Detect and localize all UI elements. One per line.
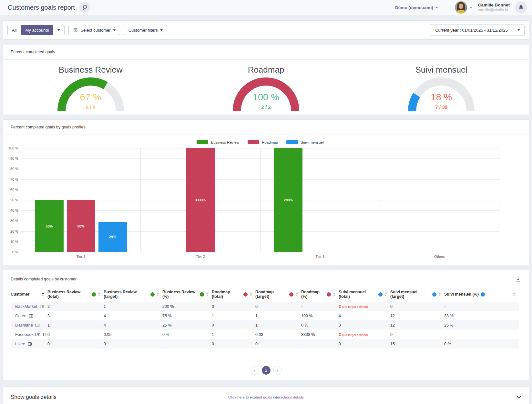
- bar-value-label: 50%: [77, 224, 85, 228]
- customer-link[interactable]: Lizee: [11, 341, 32, 346]
- open-customer-icon: [29, 314, 33, 318]
- bar-value-label: 29%: [109, 235, 116, 239]
- bell-icon: [518, 5, 524, 11]
- date-range-button[interactable]: Current year : 01/01/2025 - 31/12/2025: [430, 25, 513, 35]
- table-cell: 2(No target defined): [339, 302, 390, 311]
- x-axis-labels: Tier 1Tier 2Tier 3Others: [21, 252, 499, 262]
- chart-legend: Business ReviewRoadmapSuivi mensuel: [21, 140, 499, 144]
- avatar-face: [459, 4, 463, 9]
- customer-cell: Dashlane: [11, 320, 47, 330]
- bar-value-label: 3333%: [195, 198, 206, 202]
- gauge-title: Business Review: [59, 65, 123, 75]
- column-header-suivi-mensuel-total[interactable]: Suivi mensuel (total): [339, 287, 390, 302]
- metric-color-dot: [432, 292, 436, 297]
- customer-link[interactable]: Criteo: [11, 313, 33, 318]
- column-header-roadmap-total[interactable]: Roadmap (total): [212, 287, 255, 302]
- metric-color-dot: [378, 292, 383, 297]
- column-header-suivi-mensuel[interactable]: Suivi mensuel (%): [444, 287, 519, 302]
- legend-item-roadmap[interactable]: Roadmap: [248, 140, 278, 144]
- chevron-down-icon: [57, 29, 60, 31]
- category-tier-1: 50%50%29%: [21, 148, 141, 252]
- pagination-page-1-button[interactable]: 1: [262, 366, 271, 375]
- avatar[interactable]: [455, 1, 467, 14]
- y-axis-label: 0 %: [12, 250, 18, 254]
- chart-body: Business ReviewRoadmapSuivi mensuel 100 …: [3, 135, 529, 265]
- table-cell: 4: [339, 311, 390, 320]
- bar-business-review-tier-1: 50%: [35, 200, 64, 252]
- date-range-caret-button[interactable]: [513, 25, 525, 35]
- metric-color-dot: [243, 292, 248, 297]
- table-row-backmarket: BackMarket21200 %00-2(No target defined)…: [11, 302, 519, 311]
- customer-link[interactable]: BackMarket: [11, 304, 44, 309]
- all-accounts-button[interactable]: All: [7, 25, 21, 35]
- bar-slot: 29%: [98, 148, 127, 252]
- column-header-business-review[interactable]: Business Review (%): [162, 287, 212, 302]
- notifications-button[interactable]: [515, 1, 527, 14]
- search-icon: [82, 5, 88, 10]
- y-axis-label: 60 %: [10, 188, 18, 192]
- sort-icon[interactable]: [206, 292, 209, 296]
- legend-label: Suivi mensuel: [301, 140, 324, 144]
- pagination-next-button[interactable]: ›: [273, 366, 282, 375]
- bar-slot: 200%: [274, 148, 302, 252]
- customer-cell: Lizee: [11, 339, 47, 348]
- accounts-scope-group: All My accounts: [7, 25, 65, 35]
- column-header-roadmap[interactable]: Roadmap (%): [301, 287, 339, 302]
- y-axis-label: 10 %: [10, 240, 18, 244]
- warning-value: 2: [339, 304, 341, 309]
- bar-roadmap-tier-1: 50%: [67, 200, 95, 252]
- gauge-business-review: Business Review67 %6 / 9: [3, 65, 178, 111]
- table-row-dashlane: Dashlane1425 %010 %31225 %: [11, 320, 519, 330]
- details-expand-hint[interactable]: Click here to expand goals interactions …: [11, 395, 521, 399]
- customer-filters-button[interactable]: Customer filters: [124, 25, 167, 35]
- customer-link[interactable]: Facebook UK: [11, 332, 47, 337]
- show-goals-details-bar[interactable]: Show goals details Click here to expand …: [3, 387, 529, 404]
- x-axis-label-tier-2: Tier 2: [141, 255, 261, 258]
- table-cell: 2: [47, 302, 104, 311]
- accounts-scope-caret-button[interactable]: [53, 25, 65, 35]
- sort-icon[interactable]: [98, 292, 100, 296]
- table-cell: 12: [390, 311, 444, 320]
- column-header-business-review-target[interactable]: Business Review (target): [104, 287, 162, 302]
- pagination: ‹ 1 ›: [3, 366, 529, 380]
- y-axis-label: 40 %: [10, 208, 18, 212]
- customer-link[interactable]: Dashlane: [11, 323, 40, 328]
- column-header-business-review-total[interactable]: Business Review (total): [47, 287, 104, 302]
- page-title: Customers goals report: [8, 4, 75, 11]
- category-tier-2: 3333%: [141, 148, 260, 252]
- column-header-customer[interactable]: Customer: [11, 287, 47, 302]
- select-customer-button[interactable]: Select customer: [68, 25, 120, 35]
- pagination-prev-button[interactable]: ‹: [251, 366, 259, 375]
- sort-icon[interactable]: [295, 292, 298, 296]
- gauge-percent-value: 18 %: [407, 92, 475, 103]
- sort-icon[interactable]: [42, 292, 44, 296]
- sort-icon[interactable]: [333, 292, 335, 296]
- legend-swatch: [286, 140, 298, 144]
- organization-dropdown[interactable]: Démo (demo.com): [395, 5, 438, 10]
- sort-icon[interactable]: [250, 292, 252, 296]
- my-accounts-button[interactable]: My accounts: [21, 25, 53, 35]
- download-button[interactable]: [515, 276, 521, 282]
- legend-item-suivi-mensuel[interactable]: Suivi mensuel: [286, 140, 324, 144]
- sort-icon[interactable]: [513, 292, 516, 296]
- bar-slot: [457, 148, 485, 252]
- legend-item-business-review[interactable]: Business Review: [197, 140, 239, 144]
- column-header-suivi-mensuel-target[interactable]: Suivi mensuel (target): [390, 287, 444, 302]
- column-label: Customer: [11, 292, 29, 297]
- column-header-roadmap-target[interactable]: Roadmap (target): [255, 287, 301, 302]
- bar-slot: 50%: [67, 148, 95, 252]
- sort-icon[interactable]: [384, 292, 387, 296]
- bar-slot: [155, 148, 183, 252]
- y-axis-label: 70 %: [10, 177, 18, 181]
- table-cell: 0: [212, 339, 255, 348]
- sort-icon[interactable]: [438, 292, 441, 296]
- sort-icon[interactable]: [157, 292, 159, 296]
- table-cell: -: [444, 330, 519, 339]
- goals-table: CustomerBusiness Review (total)Business …: [11, 287, 519, 348]
- table-cell: 3333 %: [301, 330, 339, 339]
- search-button[interactable]: [79, 2, 90, 13]
- column-label: Suivi mensuel (%): [444, 292, 479, 297]
- table-cell: 75 %: [162, 311, 212, 320]
- table-cell: 0: [104, 339, 162, 348]
- avatar-chevron-down-icon[interactable]: [470, 7, 472, 8]
